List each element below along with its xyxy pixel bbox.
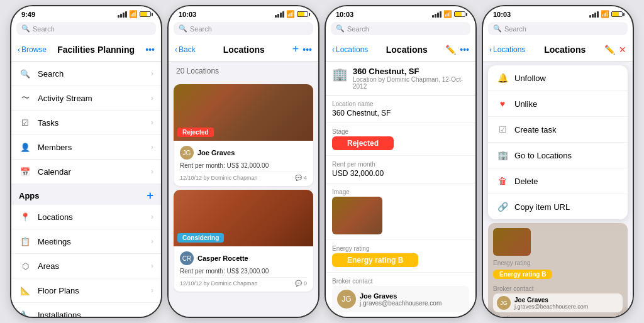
field-broker: Broker contact JG Joe Graves j.graves@be…: [326, 273, 475, 317]
nav-actions-2: + •••: [292, 43, 312, 56]
menu-label-unfollow: Unfollow: [514, 74, 546, 83]
sidebar-item-tasks[interactable]: ☑ Tasks ›: [11, 111, 161, 135]
blurred-energy-badge: Energy rating B: [493, 270, 552, 279]
chevron-members: ›: [151, 143, 153, 151]
search-placeholder-4: Search: [504, 25, 526, 33]
card-user-row-2: CR Casper Rocette: [180, 251, 307, 265]
signal-icon-4: [589, 11, 599, 18]
menu-item-go-to-locations[interactable]: 🏢 Go to Locations: [488, 143, 628, 168]
field-location-name: Location name 360 Chestnut, SF: [326, 96, 475, 123]
search-bar-3[interactable]: 🔍 Search: [331, 22, 470, 35]
stage-badge-2: Considering: [177, 233, 224, 243]
detail-building-name: 360 Chestnut, SF: [353, 67, 469, 76]
more-icon-1[interactable]: •••: [145, 45, 155, 55]
search-placeholder-1: Search: [33, 25, 55, 33]
blurred-broker-label: Broker contact: [493, 285, 623, 292]
signal-icon-3: [432, 11, 441, 18]
nav-actions-1: •••: [145, 45, 155, 55]
building-icon: 🏢: [332, 67, 348, 82]
field-label-location-name: Location name: [332, 101, 469, 107]
menu-item-copy-url[interactable]: 🔗 Copy item URL: [488, 194, 628, 219]
add-icon-2[interactable]: +: [292, 43, 299, 56]
sidebar-item-locations[interactable]: 📍 Locations ›: [11, 205, 161, 229]
nav-back-1[interactable]: ‹ Browse: [18, 45, 47, 54]
signal-icon-2: [275, 11, 284, 18]
sidebar-item-search[interactable]: 🔍 Search ›: [11, 62, 161, 86]
menu-item-unlike[interactable]: ♥ Unlike: [488, 91, 628, 117]
search-bar-4[interactable]: 🔍 Search: [488, 22, 628, 35]
blurred-location-label: Location: [493, 315, 623, 317]
search-icon-1: 🔍: [21, 25, 30, 33]
menu-item-create-task[interactable]: ☑ Create task: [488, 117, 628, 143]
sidebar-item-floorplans[interactable]: 📐 Floor Plans ›: [11, 278, 161, 303]
chevron-areas: ›: [151, 261, 153, 270]
field-stage: Stage Rejected: [326, 123, 475, 156]
card-comments-2: 💬 0: [295, 280, 307, 287]
nav-back-2[interactable]: ‹ Back: [175, 45, 196, 54]
chevron-installations: ›: [151, 310, 153, 317]
stage-badge-1: Rejected: [177, 128, 214, 137]
signal-icon: [118, 11, 127, 18]
add-app-button[interactable]: +: [147, 189, 153, 202]
members-icon: 👤: [19, 141, 31, 153]
search-bar-2[interactable]: 🔍 Search: [174, 22, 313, 35]
nav-back-label-3: Locations: [336, 45, 368, 54]
detail-subtitle: Location by Dominic Chapman, 12-Oct-2012: [353, 76, 469, 90]
more-icon-2[interactable]: •••: [303, 45, 312, 55]
card-date-1: 12/10/12 by Dominic Chapman: [180, 175, 258, 181]
field-image: Image: [326, 183, 475, 240]
field-label-rent: Rent per month: [332, 161, 469, 168]
nav-back-label-4: Locations: [493, 45, 525, 54]
edit-icon-3[interactable]: ✏️: [445, 45, 456, 55]
sidebar-label-areas: Areas: [38, 261, 59, 271]
avatar-2: CR: [180, 251, 194, 265]
chevron-calendar: ›: [151, 167, 153, 176]
close-icon-4[interactable]: ✕: [619, 45, 626, 55]
phone-4: 10:03 📶 🔍 Search ‹ Locations: [482, 5, 634, 318]
chevron-floorplans: ›: [151, 286, 153, 295]
menu-label-unlike: Unlike: [514, 99, 537, 109]
nav-back-3[interactable]: ‹ Locations: [332, 45, 368, 54]
card-comments-1: 💬 4: [295, 175, 307, 181]
blurred-image: [493, 228, 531, 256]
search-bar-1[interactable]: 🔍 Search: [16, 22, 156, 35]
tasks-icon: ☑: [19, 116, 31, 129]
location-card-2[interactable]: Considering CR Casper Rocette Rent per m…: [174, 190, 313, 292]
nav-back-label-1: Browse: [21, 45, 47, 54]
edit-icon-4[interactable]: ✏️: [604, 45, 615, 55]
nav-bar-1: ‹ Browse Facilities Planning •••: [11, 38, 161, 62]
sidebar-label-locations: Locations: [38, 212, 73, 222]
status-bar-4: 10:03 📶: [483, 6, 633, 19]
floorplans-icon: 📐: [19, 284, 31, 297]
nav-bar-3: ‹ Locations Locations ✏️ •••: [326, 38, 475, 62]
location-card-1[interactable]: Rejected JG Joe Graves Rent per month: U…: [174, 84, 313, 186]
unlike-icon: ♥: [497, 98, 508, 109]
menu-item-delete[interactable]: 🗑 Delete: [488, 168, 628, 194]
sidebar-item-activity[interactable]: 〜 Activity Stream ›: [11, 86, 161, 111]
apps-section-header: Apps +: [11, 184, 161, 205]
card-user-row-1: JG Joe Graves: [180, 146, 307, 160]
nav-actions-4: ✏️ ✕: [604, 45, 626, 55]
field-rent: Rent per month USD 32,000.00: [326, 156, 475, 183]
field-energy: Energy rating Energy rating B: [326, 240, 475, 273]
card-image-1: Rejected: [174, 84, 313, 141]
field-value-location-name: 360 Chestnut, SF: [332, 109, 469, 118]
card-rent-1: Rent per month: US$ 32,000.00: [180, 162, 307, 169]
menu-item-unfollow[interactable]: 🔔 Unfollow: [488, 65, 628, 91]
battery-icon-3: [454, 11, 465, 17]
nav-title-1: Facilities Planning: [47, 45, 145, 55]
sidebar-item-meetings[interactable]: 📋 Meetings ›: [11, 229, 161, 254]
nav-back-4[interactable]: ‹ Locations: [489, 45, 525, 54]
card-body-1: JG Joe Graves Rent per month: US$ 32,000…: [174, 141, 313, 186]
sidebar-item-calendar[interactable]: 📅 Calendar ›: [11, 160, 161, 184]
sidebar-item-installations[interactable]: 🔧 Installations ›: [11, 303, 161, 317]
calendar-icon: 📅: [19, 165, 31, 178]
card-footer-2: 12/10/12 by Dominic Chapman 💬 0: [180, 277, 307, 287]
wifi-icon-3: 📶: [443, 10, 452, 18]
wifi-icon-2: 📶: [286, 10, 295, 18]
sidebar-item-areas[interactable]: ⬡ Areas ›: [11, 254, 161, 278]
card-body-2: CR Casper Rocette Rent per month: US$ 23…: [174, 246, 313, 292]
more-icon-3[interactable]: •••: [460, 45, 469, 55]
nav-bar-2: ‹ Back Locations + •••: [169, 38, 318, 62]
sidebar-item-members[interactable]: 👤 Members ›: [11, 135, 161, 160]
